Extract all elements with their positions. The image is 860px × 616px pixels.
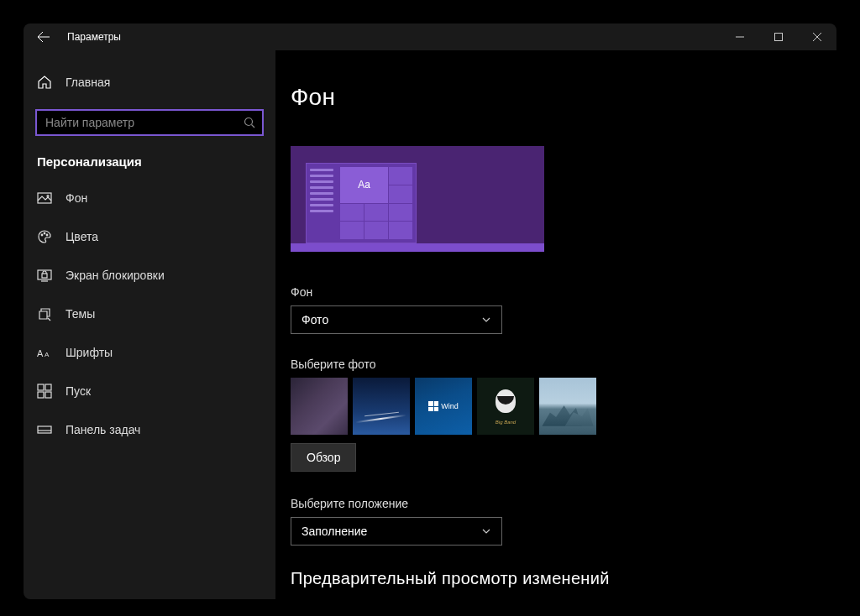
sidebar-item-label: Пуск bbox=[66, 384, 91, 398]
preview-sample-text: Aa bbox=[340, 167, 388, 203]
fit-label: Выберите положение bbox=[291, 497, 836, 510]
back-button[interactable] bbox=[24, 23, 64, 50]
sidebar-item-start[interactable]: Пуск bbox=[24, 372, 275, 410]
svg-rect-18 bbox=[38, 392, 44, 398]
sidebar-item-label: Панель задач bbox=[66, 423, 140, 436]
close-button[interactable] bbox=[798, 23, 836, 50]
svg-rect-19 bbox=[45, 392, 51, 398]
svg-rect-1 bbox=[775, 34, 783, 41]
background-select[interactable]: Фото bbox=[291, 305, 502, 334]
chevron-down-icon bbox=[481, 526, 491, 536]
svg-point-8 bbox=[41, 234, 43, 236]
svg-text:A: A bbox=[37, 348, 44, 358]
sidebar-item-label: Цвета bbox=[66, 230, 98, 243]
section-title: Персонализация bbox=[24, 151, 275, 179]
start-icon bbox=[37, 384, 52, 399]
minimize-button[interactable] bbox=[721, 23, 759, 50]
home-icon bbox=[37, 75, 52, 90]
desktop-preview: Aa bbox=[291, 146, 544, 252]
fonts-icon: AA bbox=[37, 345, 52, 360]
maximize-button[interactable] bbox=[759, 23, 798, 50]
sidebar-item-themes[interactable]: Темы bbox=[24, 295, 275, 333]
image-icon bbox=[37, 191, 52, 206]
photo-thumb-4[interactable]: Big Band bbox=[477, 378, 534, 435]
sidebar-item-background[interactable]: Фон bbox=[24, 179, 275, 217]
preview-changes-heading: Предварительный просмотр изменений bbox=[291, 569, 836, 588]
sidebar-item-taskbar[interactable]: Панель задач bbox=[24, 410, 275, 449]
svg-point-7 bbox=[47, 196, 49, 197]
sidebar: Главная Персонализация Фон bbox=[24, 50, 275, 599]
sidebar-item-fonts[interactable]: AA Шрифты bbox=[24, 333, 275, 372]
titlebar: Параметры bbox=[24, 23, 836, 50]
home-label: Главная bbox=[66, 76, 110, 89]
sidebar-item-label: Фон bbox=[66, 191, 87, 205]
browse-button[interactable]: Обзор bbox=[291, 443, 356, 472]
svg-rect-13 bbox=[42, 274, 47, 278]
palette-icon bbox=[37, 229, 52, 244]
background-label: Фон bbox=[291, 285, 836, 299]
fit-select-value: Заполнение bbox=[302, 525, 367, 538]
choose-photo-label: Выберите фото bbox=[291, 358, 836, 371]
photo-thumb-3[interactable]: Wind bbox=[415, 378, 472, 435]
background-select-value: Фото bbox=[302, 313, 328, 326]
taskbar-icon bbox=[37, 422, 52, 437]
photo-thumbnails: Wind Big Band bbox=[291, 378, 836, 435]
sidebar-item-lockscreen[interactable]: Экран блокировки bbox=[24, 256, 275, 295]
sidebar-item-label: Шрифты bbox=[66, 346, 113, 359]
window-title: Параметры bbox=[64, 31, 121, 43]
svg-rect-20 bbox=[38, 426, 51, 433]
lockscreen-icon bbox=[37, 268, 52, 283]
themes-icon bbox=[37, 306, 52, 321]
chevron-down-icon bbox=[481, 315, 491, 325]
content-area: Фон Aa Фон Фото bbox=[275, 50, 836, 599]
svg-text:A: A bbox=[45, 351, 50, 358]
sidebar-item-colors[interactable]: Цвета bbox=[24, 217, 275, 256]
photo-thumb-1[interactable] bbox=[291, 378, 348, 435]
photo-thumb-5[interactable] bbox=[539, 378, 596, 435]
svg-rect-17 bbox=[45, 384, 51, 390]
svg-point-10 bbox=[46, 234, 48, 236]
sidebar-item-label: Экран блокировки bbox=[66, 269, 165, 282]
svg-rect-16 bbox=[38, 384, 44, 390]
search-input[interactable] bbox=[35, 109, 264, 136]
photo-thumb-2[interactable] bbox=[353, 378, 410, 435]
fit-select[interactable]: Заполнение bbox=[291, 517, 502, 546]
home-button[interactable]: Главная bbox=[24, 64, 275, 101]
svg-point-9 bbox=[44, 232, 45, 234]
sidebar-item-label: Темы bbox=[66, 307, 95, 321]
page-title: Фон bbox=[291, 84, 836, 111]
